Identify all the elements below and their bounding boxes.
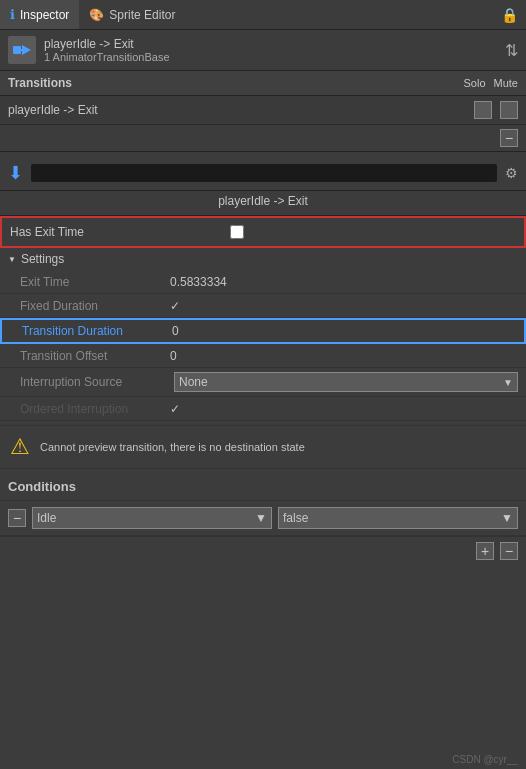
transition-offset-row: Transition Offset 0 — [0, 344, 526, 368]
tab-sprite-editor-label: Sprite Editor — [109, 8, 175, 22]
interruption-source-row: Interruption Source None ▼ — [0, 368, 526, 397]
transition-duration-label: Transition Duration — [22, 324, 172, 338]
bottom-bar: + − — [0, 536, 526, 565]
transition-checkboxes — [474, 101, 518, 119]
transition-end: − — [0, 125, 526, 151]
tab-bar: ℹ Inspector 🎨 Sprite Editor 🔒 — [0, 0, 526, 30]
tab-inspector[interactable]: ℹ Inspector — [0, 0, 79, 29]
solo-label: Solo — [464, 77, 486, 89]
gear-icon[interactable]: ⚙ — [505, 165, 518, 181]
has-exit-time-checkbox[interactable] — [230, 225, 244, 239]
watermark: CSDN @cyr__ — [452, 754, 518, 765]
inspector-icon: ℹ — [10, 7, 15, 22]
condition-param-arrow: ▼ — [255, 511, 267, 525]
fixed-duration-row: Fixed Duration ✓ — [0, 294, 526, 318]
exit-time-row: Exit Time 0.5833334 — [0, 270, 526, 294]
settings-section: ▼ Settings Exit Time 0.5833334 Fixed Dur… — [0, 248, 526, 421]
remove-condition-button[interactable]: − — [8, 509, 26, 527]
condition-param-dropdown[interactable]: Idle ▼ — [32, 507, 272, 529]
condition-param-value: Idle — [37, 511, 56, 525]
preview-section: ⬇ ⚙ playerIdle -> Exit — [0, 152, 526, 216]
ordered-interruption-row: Ordered Interruption ✓ — [0, 397, 526, 421]
has-exit-time-row: Has Exit Time — [0, 216, 526, 248]
transition-row: playerIdle -> Exit — [0, 96, 526, 125]
dropdown-arrow-icon: ▼ — [503, 377, 513, 388]
svg-rect-0 — [13, 46, 21, 54]
interruption-source-value: None — [179, 375, 208, 389]
settings-sub-header: ▼ Settings — [0, 248, 526, 270]
tab-inspector-label: Inspector — [20, 8, 69, 22]
preview-bar-row: ⬇ ⚙ — [0, 156, 526, 191]
conditions-row: − Idle ▼ false ▼ — [0, 501, 526, 536]
conditions-section: Conditions − Idle ▼ false ▼ — [0, 473, 526, 536]
ordered-interruption-label: Ordered Interruption — [20, 402, 170, 416]
header-left: playerIdle -> Exit 1 AnimatorTransitionB… — [8, 36, 170, 64]
fixed-duration-label: Fixed Duration — [20, 299, 170, 313]
mute-label: Mute — [494, 77, 518, 89]
lock-icon[interactable]: 🔒 — [501, 7, 526, 23]
exit-time-label: Exit Time — [20, 275, 170, 289]
preview-name: playerIdle -> Exit — [0, 191, 526, 211]
transition-item-label: playerIdle -> Exit — [8, 103, 98, 117]
remove-transition-button[interactable]: − — [500, 129, 518, 147]
condition-value-dropdown[interactable]: false ▼ — [278, 507, 518, 529]
exit-time-value: 0.5833334 — [170, 275, 518, 289]
has-exit-time-label: Has Exit Time — [10, 225, 150, 239]
transitions-title: Transitions — [8, 76, 72, 90]
solo-checkbox[interactable] — [474, 101, 492, 119]
add-condition-button[interactable]: + — [476, 542, 494, 560]
transitions-section: Transitions Solo Mute playerIdle -> Exit… — [0, 71, 526, 152]
tab-sprite-editor[interactable]: 🎨 Sprite Editor — [79, 0, 185, 29]
warning-section: ⚠ Cannot preview transition, there is no… — [0, 425, 526, 469]
header-title: playerIdle -> Exit — [44, 37, 170, 51]
warning-icon: ⚠ — [10, 434, 30, 460]
transition-down-icon: ⬇ — [8, 162, 23, 184]
transition-offset-label: Transition Offset — [20, 349, 170, 363]
svg-marker-1 — [22, 45, 31, 55]
interruption-source-dropdown[interactable]: None ▼ — [174, 372, 518, 392]
remove-last-condition-button[interactable]: − — [500, 542, 518, 560]
fixed-duration-checkmark: ✓ — [170, 299, 180, 313]
conditions-header: Conditions — [0, 473, 526, 501]
transition-offset-value: 0 — [170, 349, 518, 363]
interruption-source-label: Interruption Source — [20, 375, 170, 389]
transition-duration-row: Transition Duration — [0, 318, 526, 344]
settings-title: Settings — [21, 252, 64, 266]
condition-value-arrow: ▼ — [501, 511, 513, 525]
condition-value-text: false — [283, 511, 308, 525]
triangle-icon: ▼ — [8, 255, 16, 264]
ordered-interruption-checkmark: ✓ — [170, 402, 180, 416]
warning-text: Cannot preview transition, there is no d… — [40, 441, 516, 453]
header-subtitle: 1 AnimatorTransitionBase — [44, 51, 170, 63]
transition-icon — [8, 36, 36, 64]
header-section: playerIdle -> Exit 1 AnimatorTransitionB… — [0, 30, 526, 71]
mute-checkbox[interactable] — [500, 101, 518, 119]
adjust-icon[interactable]: ⇅ — [505, 41, 518, 60]
transitions-header: Transitions Solo Mute — [0, 71, 526, 96]
header-titles: playerIdle -> Exit 1 AnimatorTransitionB… — [44, 37, 170, 63]
sprite-editor-icon: 🎨 — [89, 8, 104, 22]
preview-bar — [31, 164, 497, 182]
solo-mute-labels: Solo Mute — [464, 77, 519, 89]
conditions-title: Conditions — [8, 479, 76, 494]
transition-duration-input[interactable] — [172, 324, 516, 338]
